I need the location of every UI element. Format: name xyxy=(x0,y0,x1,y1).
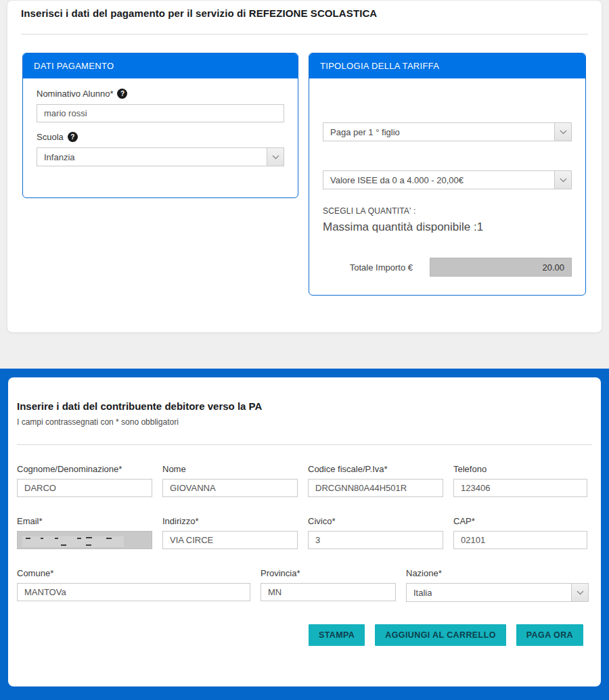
nazione-label: Nazione* xyxy=(406,568,589,578)
dati-pagamento-panel: DATI PAGAMENTO Nominativo Alunno* ? Scuo… xyxy=(22,53,298,198)
telefono-label: Telefono xyxy=(453,464,587,474)
isee-select-value: Valore ISEE da 0 a 4.000 - 20,00€ xyxy=(323,175,464,185)
cap-input[interactable] xyxy=(453,531,587,549)
payment-data-card: Inserisci i dati del pagamento per il se… xyxy=(7,0,602,333)
comune-input[interactable] xyxy=(17,583,250,601)
debtor-title: Inserire i dati del contribuente debitor… xyxy=(17,377,592,412)
nome-input[interactable] xyxy=(162,479,298,497)
tipologia-tariffa-body: Paga per 1 ° figlio Valore ISEE da 0 a 4… xyxy=(309,78,585,277)
nominativo-alunno-label: Nominativo Alunno* ? xyxy=(37,89,284,99)
provincia-input[interactable] xyxy=(261,583,396,601)
comune-label: Comune* xyxy=(17,568,250,578)
divider xyxy=(21,34,588,34)
cap-label: CAP* xyxy=(453,516,587,526)
totale-importo-value: 20.00 xyxy=(430,258,572,277)
debtor-row-2: Email* Indirizzo* Civico* CAP* xyxy=(17,516,592,549)
dati-pagamento-body: Nominativo Alunno* ? Scuola ? Infanzia xyxy=(23,78,298,166)
cognome-label: Cognome/Denominazione* xyxy=(17,464,152,474)
totale-importo-row: Totale Importo € 20.00 xyxy=(323,258,572,277)
scegli-quantita-label: SCEGLI LA QUANTITA' : xyxy=(323,206,572,216)
scuola-select[interactable]: Infanzia xyxy=(37,147,284,166)
paga-ora-button[interactable]: PAGA ORA xyxy=(516,624,583,646)
scuola-select-value: Infanzia xyxy=(37,152,75,162)
debtor-section: Inserire i dati del contribuente debitor… xyxy=(0,369,609,700)
chevron-down-icon xyxy=(554,171,571,189)
stampa-button[interactable]: STAMPA xyxy=(309,624,365,646)
indirizzo-label: Indirizzo* xyxy=(162,516,298,526)
debtor-row-3: Comune* Provincia* Nazione* Italia xyxy=(17,568,592,602)
massima-quantita-text: Massima quantità disponibile :1 xyxy=(323,220,572,234)
chevron-down-icon xyxy=(267,148,284,166)
chevron-down-icon xyxy=(554,123,571,141)
provincia-label: Provincia* xyxy=(261,568,396,578)
nome-label: Nome xyxy=(162,464,298,474)
nazione-select-value: Italia xyxy=(407,588,432,598)
telefono-input[interactable] xyxy=(453,479,587,497)
dati-pagamento-header: DATI PAGAMENTO xyxy=(23,53,298,78)
indirizzo-input[interactable] xyxy=(162,531,298,549)
tipologia-tariffa-panel: TIPOLOGIA DELLA TARIFFA Paga per 1 ° fig… xyxy=(309,53,586,296)
aggiungi-al-carrello-button[interactable]: AGGIUNGI AL CARRELLO xyxy=(375,624,506,646)
panels-container: DATI PAGAMENTO Nominativo Alunno* ? Scuo… xyxy=(21,53,588,296)
email-input-disabled-redacted xyxy=(17,531,152,549)
page-title: Inserisci i dati del pagamento per il se… xyxy=(21,7,588,19)
totale-importo-label: Totale Importo € xyxy=(350,262,413,273)
debtor-subtitle: I campi contrassegnati con * sono obblig… xyxy=(17,417,592,427)
debtor-card: Inserire i dati del contribuente debitor… xyxy=(8,377,601,686)
divider xyxy=(17,444,592,445)
isee-select[interactable]: Valore ISEE da 0 a 4.000 - 20,00€ xyxy=(323,170,572,189)
tipologia-tariffa-header: TIPOLOGIA DELLA TARIFFA xyxy=(309,53,585,78)
email-label: Email* xyxy=(17,516,152,526)
figlio-select-value: Paga per 1 ° figlio xyxy=(323,127,400,137)
civico-input[interactable] xyxy=(308,531,443,549)
codice-fiscale-input[interactable] xyxy=(308,479,443,497)
nominativo-alunno-input[interactable] xyxy=(37,104,284,122)
nazione-select[interactable]: Italia xyxy=(406,583,589,602)
codice-fiscale-label: Codice fiscale/P.Iva* xyxy=(308,464,443,474)
chevron-down-icon xyxy=(571,584,588,601)
figlio-select[interactable]: Paga per 1 ° figlio xyxy=(323,122,572,141)
actions-row: STAMPA AGGIUNGI AL CARRELLO PAGA ORA xyxy=(17,624,592,646)
help-icon[interactable]: ? xyxy=(117,89,127,99)
help-icon[interactable]: ? xyxy=(68,132,78,142)
civico-label: Civico* xyxy=(308,516,443,526)
debtor-row-1: Cognome/Denominazione* Nome Codice fisca… xyxy=(17,464,592,497)
scuola-label: Scuola ? xyxy=(37,132,284,142)
cognome-input[interactable] xyxy=(17,479,152,497)
